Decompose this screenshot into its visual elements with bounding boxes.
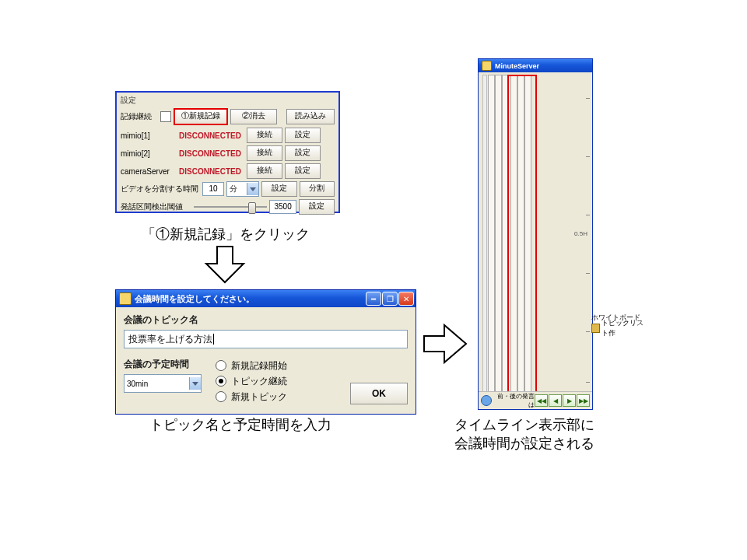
device-status: DISCONNECTED xyxy=(179,167,244,176)
timeline-window: MinuteServer 0.5H ホワイトボード トピックリスト作 前・後の発… xyxy=(478,58,593,410)
video-split-button[interactable]: 分割 xyxy=(300,181,335,197)
topic-name-label: 会議のトピック名 xyxy=(124,313,408,327)
speaker-icon xyxy=(481,395,492,406)
device-config-button[interactable]: 設定 xyxy=(285,163,321,179)
timeline-titlebar: MinuteServer xyxy=(479,59,592,72)
settings-panel-body: 設定 記録継続 ①新規記録 ②消去 読み込み mimio[1] DISCONNE… xyxy=(117,93,338,217)
video-split-unit-value: 分 xyxy=(230,184,237,194)
arrow-right-icon xyxy=(423,322,468,366)
device-config-button[interactable]: 設定 xyxy=(285,145,321,161)
new-record-button[interactable]: ①新規記録 xyxy=(174,108,228,125)
timeline-side-buttons: ホワイトボード トピックリスト作 xyxy=(591,312,644,334)
video-split-value-input[interactable]: 10 xyxy=(202,182,224,196)
device-status: DISCONNECTED xyxy=(179,149,244,158)
caption-step2: トピック名と予定時間を入力 xyxy=(149,415,331,434)
rewind-button[interactable]: ◀◀ xyxy=(535,394,548,407)
device-connect-button[interactable]: 接続 xyxy=(247,128,282,143)
chevron-down-icon xyxy=(247,183,258,195)
device-name: mimio[1] xyxy=(121,131,177,140)
back-button[interactable]: ◀ xyxy=(549,394,562,407)
radio-new-topic[interactable] xyxy=(216,391,226,402)
device-status: DISCONNECTED xyxy=(179,131,244,140)
radio-topic-continue-label: トピック継続 xyxy=(231,375,287,388)
device-name: mimio[2] xyxy=(121,149,177,158)
device-row: mimio[1] DISCONNECTED 接続 設定 xyxy=(121,128,335,143)
timeline-bottom-panel: 前・後の発言は ◀◀ ◀ ▶ ▶▶ xyxy=(479,391,592,409)
fast-forward-button[interactable]: ▶▶ xyxy=(577,394,590,407)
maximize-button[interactable]: ❐ xyxy=(382,292,398,306)
threshold-label: 発話区間検出閾値 xyxy=(121,201,191,212)
device-row: mimio[2] DISCONNECTED 接続 設定 xyxy=(121,145,335,161)
device-connect-button[interactable]: 接続 xyxy=(247,145,282,161)
forward-button[interactable]: ▶ xyxy=(563,394,576,407)
caption-step3: タイムライン表示部に 会議時間が設定される xyxy=(454,415,594,453)
read-button[interactable]: 読み込み xyxy=(286,109,335,124)
timeline-title: MinuteServer xyxy=(495,62,539,70)
app-icon xyxy=(482,61,492,71)
dialog-title: 会議時間を設定してください。 xyxy=(135,293,254,305)
threshold-set-button[interactable]: 設定 xyxy=(299,199,335,215)
threshold-value-input[interactable]: 3500 xyxy=(269,200,297,214)
timeline-highlight xyxy=(507,75,537,395)
radio-new-record[interactable] xyxy=(216,360,226,371)
record-continue-label: 記録継続 xyxy=(121,111,158,122)
video-split-label: ビデオを分割する時間 xyxy=(121,184,200,194)
folder-icon xyxy=(591,324,600,333)
chevron-down-icon xyxy=(189,377,201,390)
ok-button[interactable]: OK xyxy=(350,383,408,404)
device-connect-button[interactable]: 接続 xyxy=(247,163,282,179)
radio-new-record-label: 新規記録開始 xyxy=(231,359,287,373)
close-button[interactable]: ✕ xyxy=(398,292,414,306)
device-config-button[interactable]: 設定 xyxy=(285,128,321,143)
topic-name-input[interactable]: 投票率を上げる方法 xyxy=(124,330,408,348)
device-row: cameraServer DISCONNECTED 接続 設定 xyxy=(121,163,335,179)
timeline-bottom-label: 前・後の発言は xyxy=(492,392,535,409)
minimize-button[interactable]: ━ xyxy=(366,292,381,306)
duration-label: 会議の予定時間 xyxy=(124,358,202,371)
radio-new-topic-label: 新規トピック xyxy=(231,390,287,404)
settings-panel: 設定 記録継続 ①新規記録 ②消去 読み込み mimio[1] DISCONNE… xyxy=(115,91,340,213)
timeline-tick-label: 0.5H xyxy=(574,230,587,237)
settings-section-label: 設定 xyxy=(121,95,335,106)
duration-value: 30min xyxy=(127,380,148,388)
caption-step1: 「①新規記録」をクリック xyxy=(142,225,310,243)
side-topiclist-button[interactable]: トピックリスト作 xyxy=(591,323,644,334)
threshold-slider[interactable] xyxy=(194,201,267,213)
dialog-titlebar: 会議時間を設定してください。 ━ ❐ ✕ xyxy=(116,290,416,307)
video-split-unit-select[interactable]: 分 xyxy=(226,181,259,197)
device-name: cameraServer xyxy=(121,167,177,176)
radio-topic-continue[interactable] xyxy=(216,376,226,387)
record-continue-checkbox[interactable] xyxy=(160,111,171,122)
duration-select[interactable]: 30min xyxy=(124,374,202,393)
video-split-set-button[interactable]: 設定 xyxy=(261,181,296,197)
mode-radio-group: 新規記録開始 トピック継続 新規トピック xyxy=(216,358,336,404)
clear-button[interactable]: ②消去 xyxy=(230,109,277,124)
topic-name-value: 投票率を上げる方法 xyxy=(128,333,212,346)
meeting-time-dialog: 会議時間を設定してください。 ━ ❐ ✕ 会議のトピック名 投票率を上げる方法 … xyxy=(115,289,416,415)
timeline-area: 0.5H ホワイトボード トピックリスト作 xyxy=(481,75,590,392)
app-icon xyxy=(119,292,132,305)
arrow-down-icon xyxy=(203,245,247,284)
